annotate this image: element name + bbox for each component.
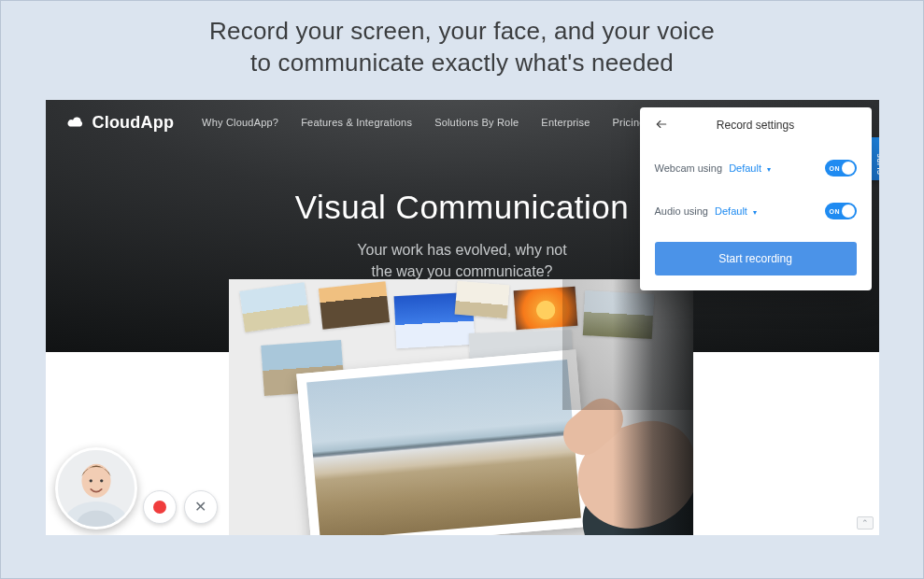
headline-line-1: Record your screen, your face, and your … xyxy=(209,17,715,45)
nav-enterprise[interactable]: Enterprise xyxy=(541,117,590,128)
cloud-icon xyxy=(66,116,85,129)
panel-back-button[interactable] xyxy=(651,115,672,135)
webcam-value: Default xyxy=(729,162,761,174)
person-avatar-icon xyxy=(58,450,135,527)
held-photograph xyxy=(296,349,590,535)
chevron-down-icon: ▾ xyxy=(753,208,757,217)
chevron-up-icon: ⌃ xyxy=(861,518,869,528)
webcam-toggle[interactable]: ON xyxy=(825,160,857,177)
webcam-setting-row: Webcam using Default ▾ ON xyxy=(655,147,857,190)
webcam-source-select[interactable]: Webcam using Default ▾ xyxy=(655,162,772,174)
hero-sub-line-2: the way you communicate? xyxy=(372,263,553,279)
record-icon xyxy=(153,501,166,514)
scroll-corner[interactable]: ⌃ xyxy=(857,516,874,530)
svg-point-5 xyxy=(100,479,103,482)
chevron-down-icon: ▾ xyxy=(767,165,771,174)
toggle-knob xyxy=(842,162,855,175)
toggle-on-label: ON xyxy=(830,207,841,214)
close-webcam-button[interactable]: ✕ xyxy=(184,490,218,524)
audio-value: Default xyxy=(715,205,747,217)
webcam-bubble[interactable] xyxy=(55,447,137,530)
nav-why[interactable]: Why CloudApp? xyxy=(202,117,278,128)
wall-photo xyxy=(513,286,577,330)
recording-preview-frame: CloudApp Why CloudApp? Features & Integr… xyxy=(46,100,879,535)
audio-source-select[interactable]: Audio using Default ▾ xyxy=(655,205,757,217)
toggle-on-label: ON xyxy=(830,164,841,171)
site-brand-label: CloudApp xyxy=(92,113,175,133)
side-badge-label: CLIPS xyxy=(876,152,879,174)
audio-toggle[interactable]: ON xyxy=(825,203,857,219)
site-brand[interactable]: CloudApp xyxy=(66,113,175,133)
panel-title: Record settings xyxy=(717,119,794,132)
audio-label: Audio using xyxy=(655,205,709,217)
toggle-knob xyxy=(842,205,855,218)
audio-setting-row: Audio using Default ▾ ON xyxy=(655,190,857,233)
start-recording-button[interactable]: Start recording xyxy=(655,242,857,275)
svg-point-4 xyxy=(89,479,92,482)
wall-photo xyxy=(318,281,389,329)
hero-image xyxy=(229,279,693,535)
webcam-controls: ✕ xyxy=(143,490,218,524)
marketing-headline: Record your screen, your face, and your … xyxy=(35,16,889,79)
arrow-left-icon xyxy=(655,118,668,133)
close-icon: ✕ xyxy=(194,500,206,515)
hero-sub-line-1: Your work has evolved, why not xyxy=(357,242,566,258)
wall-photo xyxy=(239,282,309,332)
record-button[interactable] xyxy=(143,490,177,524)
webcam-label: Webcam using xyxy=(655,162,723,174)
nav-solutions[interactable]: Solutions By Role xyxy=(434,117,519,128)
wall-photo xyxy=(454,280,509,318)
headline-line-2: to communicate exactly what's needed xyxy=(250,49,674,77)
record-settings-panel: Record settings Webcam using Default ▾ O… xyxy=(640,107,872,290)
nav-features[interactable]: Features & Integrations xyxy=(301,117,412,128)
